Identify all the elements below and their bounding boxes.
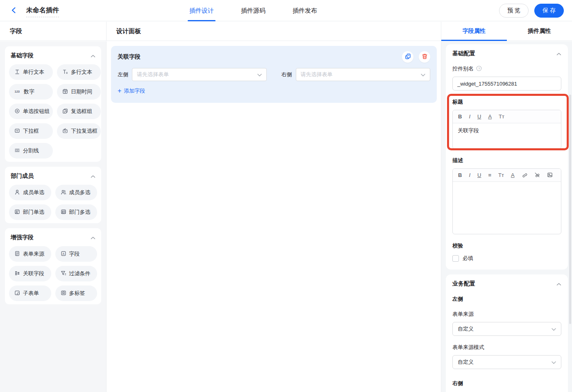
- field-item-checkbox-group[interactable]: 复选框组: [57, 104, 101, 119]
- group-department-members-header[interactable]: 部门成员: [9, 172, 97, 180]
- department-multi-icon: [61, 209, 66, 216]
- copy-button[interactable]: [402, 51, 413, 63]
- field-item-dropdown[interactable]: 下拉框: [9, 123, 53, 139]
- business-config-card: 业务配置 左侧 表单来源 自定义 表单来源模式 自定义 右侧 表单来源: [446, 274, 568, 392]
- multi-line-text-icon: [62, 69, 68, 76]
- dropdown-multi-icon: [62, 128, 68, 135]
- link-button[interactable]: [522, 172, 527, 179]
- right-form-select[interactable]: 请先选择表单: [296, 68, 431, 81]
- form-source-icon: [14, 251, 20, 258]
- field-item-divider[interactable]: 分割线: [9, 143, 53, 159]
- group-basic-fields-header[interactable]: 基础字段: [9, 52, 97, 59]
- tab-plugin-design[interactable]: 插件设计: [188, 0, 215, 21]
- chevron-up-icon: [91, 53, 95, 59]
- field-icon: A: [61, 251, 66, 258]
- field-item-radio-group[interactable]: 单选按钮组: [9, 104, 53, 119]
- field-item-dropdown-multi[interactable]: 下拉复选框: [57, 123, 101, 139]
- preview-button[interactable]: 预览: [499, 4, 529, 18]
- alias-input[interactable]: [452, 77, 561, 91]
- field-item-datetime[interactable]: 日期时间: [57, 84, 101, 100]
- field-item-multi-line-text[interactable]: 多行文本: [57, 64, 101, 80]
- font-color-button[interactable]: A: [511, 172, 515, 178]
- back-button[interactable]: [9, 6, 19, 16]
- field-item-member-single[interactable]: 成员单选: [9, 185, 51, 200]
- font-size-button[interactable]: Tт: [498, 172, 504, 178]
- chevron-left-icon: [10, 9, 18, 15]
- save-button[interactable]: 保存: [534, 4, 564, 18]
- underline-button[interactable]: U: [477, 172, 481, 178]
- right-panel-scrollbar[interactable]: [569, 95, 571, 324]
- chevron-up-icon: [91, 235, 95, 241]
- svg-text:?: ?: [478, 66, 480, 70]
- related-field-widget[interactable]: 关联字段 左侧 请先选择表单 右侧 请先选择表: [111, 46, 437, 103]
- desc-richtext-editor: B I U ≡ Tт A: [452, 168, 561, 234]
- topbar: 未命名插件 插件设计 插件源码 插件发布 预览 保存: [0, 0, 572, 21]
- group-basic-fields: 基础字段 单行文本 多行文本 123 数字 日期时间 单选按钮组: [5, 46, 101, 162]
- bold-button[interactable]: B: [458, 172, 462, 178]
- field-item-related-field[interactable]: 关联字段: [9, 266, 51, 281]
- field-item-form-source[interactable]: 表单来源: [9, 246, 51, 262]
- svg-text:123: 123: [15, 90, 20, 93]
- field-item-single-line-text[interactable]: 单行文本: [9, 64, 53, 80]
- field-item-multi-tag[interactable]: 多标签: [55, 286, 98, 301]
- field-item-filter-condition[interactable]: 过滤条件: [55, 266, 98, 281]
- trash-icon: [422, 53, 428, 61]
- help-icon[interactable]: ?: [476, 66, 482, 73]
- field-item-number[interactable]: 123 数字: [9, 84, 53, 100]
- tab-plugin-publish[interactable]: 插件发布: [292, 0, 318, 21]
- bold-button[interactable]: B: [458, 114, 462, 119]
- tab-plugin-properties[interactable]: 插件属性: [507, 22, 572, 41]
- widget-title: 关联字段: [118, 53, 141, 61]
- italic-button[interactable]: I: [469, 172, 470, 178]
- underline-button[interactable]: U: [477, 114, 481, 119]
- desc-toolbar: B I U ≡ Tт A: [453, 169, 561, 182]
- field-item-department-multi[interactable]: 部门多选: [55, 204, 98, 220]
- group-enhanced-fields-header[interactable]: 增强字段: [9, 234, 97, 241]
- chevron-up-icon: [91, 173, 95, 179]
- image-button[interactable]: [547, 172, 553, 179]
- field-item-sub-form[interactable]: 子表单: [9, 286, 51, 301]
- svg-text:A: A: [62, 252, 64, 255]
- filter-condition-icon: [61, 270, 66, 277]
- validation-label: 校验: [452, 242, 561, 249]
- fields-sidebar: 基础字段 单行文本 多行文本 123 数字 日期时间 单选按钮组: [0, 41, 107, 392]
- divider-icon: [14, 147, 20, 154]
- form-source-label: 表单来源: [452, 310, 561, 318]
- title-content-input[interactable]: 关联字段: [453, 123, 561, 149]
- plugin-title[interactable]: 未命名插件: [26, 6, 59, 17]
- italic-button[interactable]: I: [469, 114, 470, 119]
- tab-plugin-source[interactable]: 插件源码: [240, 0, 266, 21]
- field-item-field[interactable]: A 字段: [55, 246, 98, 262]
- form-source-select[interactable]: 自定义: [452, 322, 561, 336]
- unlink-button[interactable]: [534, 172, 540, 179]
- design-panel-title: 设计面板: [107, 22, 441, 41]
- font-size-button[interactable]: Tт: [499, 114, 504, 119]
- field-item-department-single[interactable]: 部门单选: [9, 204, 51, 220]
- add-field-link[interactable]: + 添加字段: [118, 87, 145, 95]
- form-source-mode-select[interactable]: 自定义: [452, 355, 561, 369]
- related-field-icon: [14, 270, 20, 277]
- section-header-row: 字段 设计面板 字段属性 插件属性: [0, 22, 572, 41]
- right-side-label: 右侧: [281, 71, 292, 78]
- basic-config-card: 基础配置 控件别名 ? 标题 B I U A Tт 关联字段 描述 B I U: [446, 44, 568, 270]
- chevron-up-icon: [556, 51, 561, 57]
- business-config-header[interactable]: 业务配置: [452, 280, 561, 288]
- delete-button[interactable]: [419, 51, 430, 63]
- desc-content-input[interactable]: [453, 182, 561, 234]
- field-item-member-multi[interactable]: 成员多选: [55, 185, 98, 200]
- title-toolbar: B I U A Tт: [453, 110, 561, 123]
- chevron-up-icon: [556, 281, 561, 287]
- required-checkbox-row[interactable]: 必填: [452, 255, 561, 262]
- group-enhanced-fields: 增强字段 表单来源 A 字段 关联字段 过滤条件 子表单: [5, 228, 101, 304]
- left-side-label: 左侧: [118, 71, 128, 78]
- required-checkbox[interactable]: [452, 255, 459, 262]
- radio-group-icon: [14, 108, 20, 115]
- left-form-select[interactable]: 请先选择表单: [132, 68, 267, 81]
- basic-config-header[interactable]: 基础配置: [452, 50, 561, 57]
- tab-field-properties[interactable]: 字段属性: [441, 22, 507, 41]
- department-single-icon: [14, 209, 20, 216]
- font-color-button[interactable]: A: [488, 114, 492, 119]
- single-line-text-icon: [14, 69, 20, 76]
- align-button[interactable]: ≡: [488, 172, 491, 178]
- title-field-label: 标题: [452, 98, 561, 106]
